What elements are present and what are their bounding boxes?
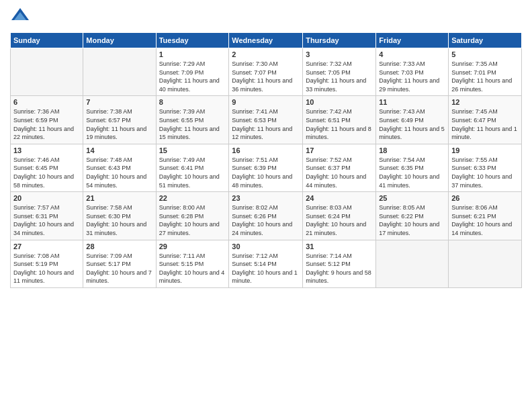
day-number: 20 xyxy=(13,194,80,202)
day-info: Sunrise: 7:49 AMSunset: 6:41 PMDaylight:… xyxy=(159,156,226,189)
calendar-cell xyxy=(11,48,83,96)
day-number: 15 xyxy=(159,146,226,154)
day-number: 22 xyxy=(159,194,226,202)
calendar-cell: 9Sunrise: 7:41 AMSunset: 6:53 PMDaylight… xyxy=(229,96,303,144)
calendar-week-row: 20Sunrise: 7:57 AMSunset: 6:31 PMDayligh… xyxy=(11,192,522,240)
calendar-cell: 26Sunrise: 8:06 AMSunset: 6:21 PMDayligh… xyxy=(449,192,522,240)
day-info: Sunrise: 7:54 AMSunset: 6:35 PMDaylight:… xyxy=(379,156,445,189)
day-number: 23 xyxy=(232,194,300,202)
day-info: Sunrise: 7:30 AMSunset: 7:07 PMDaylight:… xyxy=(232,60,300,93)
day-info: Sunrise: 7:32 AMSunset: 7:05 PMDaylight:… xyxy=(306,60,373,93)
day-number: 11 xyxy=(379,98,445,106)
day-number: 28 xyxy=(86,242,152,250)
day-info: Sunrise: 7:12 AMSunset: 5:14 PMDaylight:… xyxy=(232,252,300,285)
day-of-week-header: Tuesday xyxy=(156,33,229,48)
day-info: Sunrise: 7:08 AMSunset: 5:19 PMDaylight:… xyxy=(13,252,80,285)
day-info: Sunrise: 8:02 AMSunset: 6:26 PMDaylight:… xyxy=(232,203,300,237)
day-info: Sunrise: 7:43 AMSunset: 6:49 PMDaylight:… xyxy=(379,107,445,141)
day-number: 3 xyxy=(306,50,373,58)
day-info: Sunrise: 7:29 AMSunset: 7:09 PMDaylight:… xyxy=(159,60,226,93)
calendar-cell: 25Sunrise: 8:05 AMSunset: 6:22 PMDayligh… xyxy=(376,192,449,240)
day-info: Sunrise: 7:42 AMSunset: 6:51 PMDaylight:… xyxy=(306,107,373,141)
day-number: 25 xyxy=(379,194,445,202)
calendar-cell: 16Sunrise: 7:51 AMSunset: 6:39 PMDayligh… xyxy=(229,144,303,191)
day-number: 9 xyxy=(232,98,300,106)
day-info: Sunrise: 7:48 AMSunset: 6:43 PMDaylight:… xyxy=(86,156,152,189)
calendar-cell: 23Sunrise: 8:02 AMSunset: 6:26 PMDayligh… xyxy=(229,192,303,240)
calendar-cell: 1Sunrise: 7:29 AMSunset: 7:09 PMDaylight… xyxy=(156,48,229,96)
day-number: 16 xyxy=(232,146,300,154)
day-info: Sunrise: 7:11 AMSunset: 5:15 PMDaylight:… xyxy=(159,252,226,285)
day-of-week-header: Thursday xyxy=(303,33,376,48)
day-info: Sunrise: 7:14 AMSunset: 5:12 PMDaylight:… xyxy=(306,252,373,285)
page-header xyxy=(10,7,522,27)
calendar-cell xyxy=(376,240,449,287)
calendar-cell: 7Sunrise: 7:38 AMSunset: 6:57 PMDaylight… xyxy=(83,96,156,144)
calendar-cell: 20Sunrise: 7:57 AMSunset: 6:31 PMDayligh… xyxy=(11,192,83,240)
day-info: Sunrise: 7:09 AMSunset: 5:17 PMDaylight:… xyxy=(86,252,152,285)
day-info: Sunrise: 7:33 AMSunset: 7:03 PMDaylight:… xyxy=(379,60,445,93)
day-info: Sunrise: 8:05 AMSunset: 6:22 PMDaylight:… xyxy=(379,203,445,237)
day-info: Sunrise: 7:52 AMSunset: 6:37 PMDaylight:… xyxy=(306,156,373,189)
day-info: Sunrise: 8:00 AMSunset: 6:28 PMDaylight:… xyxy=(159,203,226,237)
day-number: 12 xyxy=(451,98,519,106)
calendar-cell: 24Sunrise: 8:03 AMSunset: 6:24 PMDayligh… xyxy=(303,192,376,240)
calendar-cell: 15Sunrise: 7:49 AMSunset: 6:41 PMDayligh… xyxy=(156,144,229,191)
logo xyxy=(10,7,33,27)
calendar-cell: 28Sunrise: 7:09 AMSunset: 5:17 PMDayligh… xyxy=(83,240,156,287)
calendar-cell: 30Sunrise: 7:12 AMSunset: 5:14 PMDayligh… xyxy=(229,240,303,287)
day-info: Sunrise: 8:06 AMSunset: 6:21 PMDaylight:… xyxy=(451,203,519,237)
day-info: Sunrise: 7:57 AMSunset: 6:31 PMDaylight:… xyxy=(13,203,80,237)
calendar-cell: 31Sunrise: 7:14 AMSunset: 5:12 PMDayligh… xyxy=(303,240,376,287)
calendar-cell: 6Sunrise: 7:36 AMSunset: 6:59 PMDaylight… xyxy=(11,96,83,144)
day-info: Sunrise: 7:58 AMSunset: 6:30 PMDaylight:… xyxy=(86,203,152,237)
day-info: Sunrise: 7:55 AMSunset: 6:33 PMDaylight:… xyxy=(451,156,519,189)
day-number: 26 xyxy=(451,194,519,202)
calendar-cell: 12Sunrise: 7:45 AMSunset: 6:47 PMDayligh… xyxy=(449,96,522,144)
calendar-week-row: 1Sunrise: 7:29 AMSunset: 7:09 PMDaylight… xyxy=(11,48,522,96)
calendar-cell: 29Sunrise: 7:11 AMSunset: 5:15 PMDayligh… xyxy=(156,240,229,287)
day-info: Sunrise: 7:45 AMSunset: 6:47 PMDaylight:… xyxy=(451,107,519,141)
calendar-cell: 21Sunrise: 7:58 AMSunset: 6:30 PMDayligh… xyxy=(83,192,156,240)
calendar-cell: 2Sunrise: 7:30 AMSunset: 7:07 PMDaylight… xyxy=(229,48,303,96)
calendar-cell: 3Sunrise: 7:32 AMSunset: 7:05 PMDaylight… xyxy=(303,48,376,96)
day-number: 21 xyxy=(86,194,152,202)
day-number: 4 xyxy=(379,50,445,58)
day-info: Sunrise: 7:41 AMSunset: 6:53 PMDaylight:… xyxy=(232,107,300,141)
day-number: 7 xyxy=(86,98,152,106)
day-number: 29 xyxy=(159,242,226,250)
day-number: 5 xyxy=(451,50,519,58)
day-number: 2 xyxy=(232,50,300,58)
calendar-table: SundayMondayTuesdayWednesdayThursdayFrid… xyxy=(10,32,522,288)
day-info: Sunrise: 7:39 AMSunset: 6:55 PMDaylight:… xyxy=(159,107,226,141)
calendar-cell: 11Sunrise: 7:43 AMSunset: 6:49 PMDayligh… xyxy=(376,96,449,144)
day-info: Sunrise: 7:46 AMSunset: 6:45 PMDaylight:… xyxy=(13,156,80,189)
day-info: Sunrise: 7:35 AMSunset: 7:01 PMDaylight:… xyxy=(451,60,519,93)
calendar-cell: 8Sunrise: 7:39 AMSunset: 6:55 PMDaylight… xyxy=(156,96,229,144)
day-number: 17 xyxy=(306,146,373,154)
day-info: Sunrise: 8:03 AMSunset: 6:24 PMDaylight:… xyxy=(306,203,373,237)
calendar-header-row: SundayMondayTuesdayWednesdayThursdayFrid… xyxy=(11,33,522,48)
day-number: 31 xyxy=(306,242,373,250)
day-number: 10 xyxy=(306,98,373,106)
calendar-week-row: 6Sunrise: 7:36 AMSunset: 6:59 PMDaylight… xyxy=(11,96,522,144)
day-number: 14 xyxy=(86,146,152,154)
day-number: 1 xyxy=(159,50,226,58)
calendar-week-row: 27Sunrise: 7:08 AMSunset: 5:19 PMDayligh… xyxy=(11,240,522,287)
day-of-week-header: Friday xyxy=(376,33,449,48)
calendar-cell: 27Sunrise: 7:08 AMSunset: 5:19 PMDayligh… xyxy=(11,240,83,287)
day-number: 6 xyxy=(13,98,80,106)
day-number: 8 xyxy=(159,98,226,106)
calendar-cell: 10Sunrise: 7:42 AMSunset: 6:51 PMDayligh… xyxy=(303,96,376,144)
day-info: Sunrise: 7:38 AMSunset: 6:57 PMDaylight:… xyxy=(86,107,152,141)
calendar-cell xyxy=(83,48,156,96)
calendar-cell: 5Sunrise: 7:35 AMSunset: 7:01 PMDaylight… xyxy=(449,48,522,96)
day-info: Sunrise: 7:51 AMSunset: 6:39 PMDaylight:… xyxy=(232,156,300,189)
calendar-cell: 4Sunrise: 7:33 AMSunset: 7:03 PMDaylight… xyxy=(376,48,449,96)
day-of-week-header: Sunday xyxy=(11,33,83,48)
day-number: 27 xyxy=(13,242,80,250)
day-number: 30 xyxy=(232,242,300,250)
day-of-week-header: Wednesday xyxy=(229,33,303,48)
calendar-cell: 18Sunrise: 7:54 AMSunset: 6:35 PMDayligh… xyxy=(376,144,449,191)
day-of-week-header: Saturday xyxy=(449,33,522,48)
